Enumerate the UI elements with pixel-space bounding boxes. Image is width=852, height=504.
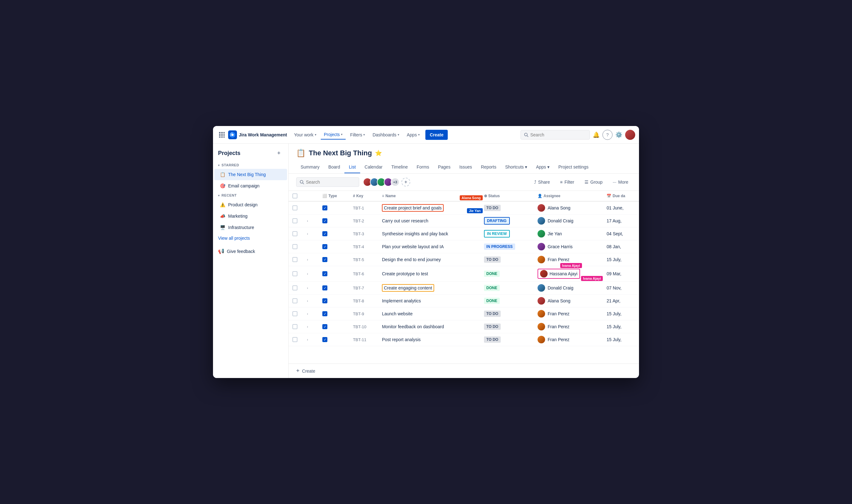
tab-pages[interactable]: Pages [433, 161, 455, 173]
tab-project-settings[interactable]: Project settings [554, 161, 593, 173]
assignee-cell[interactable]: Fran Perez [534, 333, 603, 346]
row-checkbox[interactable] [292, 231, 298, 236]
type-checkbox[interactable] [322, 205, 327, 211]
nav-dashboards[interactable]: Dashboards ▾ [369, 130, 402, 139]
name-cell[interactable]: Implement analytics [378, 294, 480, 307]
type-checkbox[interactable] [322, 337, 327, 342]
assignee-cell[interactable]: Fran Perez [534, 320, 603, 333]
group-button[interactable]: ☰ Group [581, 178, 606, 186]
select-all-checkbox[interactable] [292, 193, 298, 198]
key-cell[interactable]: TBT-3 [349, 228, 378, 240]
tab-apps[interactable]: Apps ▾ [532, 161, 554, 173]
tab-forms[interactable]: Forms [412, 161, 433, 173]
tab-issues[interactable]: Issues [455, 161, 476, 173]
type-checkbox[interactable] [322, 244, 327, 249]
expand-icon[interactable]: › [305, 231, 310, 236]
name-cell[interactable]: Create prototype to test [378, 266, 480, 282]
create-button[interactable]: Create [425, 130, 448, 140]
tab-shortcuts[interactable]: Shortcuts ▾ [501, 161, 532, 173]
due-date-header[interactable]: 📅Due da [603, 191, 639, 201]
key-cell[interactable]: TBT-2 [349, 215, 378, 228]
sidebar-item-email-campaign[interactable]: 🎯 Email campaign [214, 180, 287, 192]
nav-your-work[interactable]: Your work ▾ [291, 130, 319, 139]
row-checkbox[interactable] [292, 285, 298, 290]
row-checkbox[interactable] [292, 298, 298, 303]
grid-icon[interactable] [217, 130, 227, 140]
star-icon[interactable]: ⭐ [375, 150, 382, 157]
nav-filters[interactable]: Filters ▾ [347, 130, 368, 139]
expand-icon[interactable]: › [305, 311, 310, 316]
expand-icon[interactable]: › [305, 324, 310, 329]
add-project-button[interactable]: + [274, 149, 283, 158]
sidebar-item-next-big-thing[interactable]: 📋 The Next Big Thing [214, 169, 287, 180]
key-cell[interactable]: TBT-4 [349, 240, 378, 253]
sidebar-item-marketing[interactable]: 📣 Marketing [214, 211, 287, 222]
avatar-overflow-count[interactable]: +3 [391, 178, 400, 186]
name-cell[interactable]: Synthesise insights and play back [378, 228, 480, 240]
view-all-projects-link[interactable]: View all projects [213, 233, 288, 243]
nav-projects[interactable]: Projects ▾ [321, 130, 346, 140]
notifications-icon[interactable]: 🔔 [591, 130, 601, 140]
assignee-cell[interactable]: Donald Craig Ivana Ajayi [534, 282, 603, 294]
name-cell[interactable]: Monitor feedback on dashboard [378, 320, 480, 333]
help-icon[interactable]: ? [602, 130, 613, 140]
row-checkbox[interactable] [292, 337, 298, 342]
sidebar-item-product-design[interactable]: ⚠️ Product design [214, 199, 287, 211]
row-checkbox[interactable] [292, 311, 298, 316]
status-header[interactable]: ⊕Status [480, 191, 534, 201]
expand-icon[interactable]: › [305, 257, 310, 262]
status-cell[interactable]: TO DO [480, 320, 534, 333]
type-checkbox[interactable] [322, 285, 327, 290]
type-header[interactable]: ⬜Type [319, 191, 349, 201]
key-header[interactable]: #Key [349, 191, 378, 201]
name-cell[interactable]: Create project brief and goalsAlana Song [378, 201, 480, 215]
status-cell[interactable]: DRAFTING [480, 215, 534, 228]
assignee-cell[interactable]: Alana Song [534, 294, 603, 307]
type-checkbox[interactable] [322, 231, 327, 236]
filter-button[interactable]: ≡ Filter [557, 178, 577, 186]
create-footer[interactable]: + Create [289, 363, 639, 378]
name-cell[interactable]: Launch website [378, 307, 480, 320]
type-checkbox[interactable] [322, 271, 327, 276]
tab-reports[interactable]: Reports [476, 161, 501, 173]
expand-icon[interactable]: › [305, 337, 310, 342]
expand-icon[interactable]: › [305, 285, 310, 290]
share-button[interactable]: ⤴ Share [531, 178, 553, 186]
name-cell[interactable]: Create engaging content [378, 282, 480, 294]
type-checkbox[interactable] [322, 298, 327, 303]
row-checkbox[interactable] [292, 257, 298, 262]
search-input[interactable] [530, 132, 581, 137]
list-search-input[interactable] [306, 180, 350, 185]
tab-board[interactable]: Board [324, 161, 344, 173]
type-checkbox[interactable] [322, 324, 327, 329]
key-cell[interactable]: TBT-9 [349, 307, 378, 320]
status-cell[interactable]: TO DO [480, 307, 534, 320]
settings-icon[interactable]: ⚙️ [614, 130, 624, 140]
status-cell[interactable]: DONE [480, 294, 534, 307]
expand-icon[interactable]: › [305, 298, 310, 303]
tab-timeline[interactable]: Timeline [387, 161, 412, 173]
row-checkbox[interactable] [292, 205, 298, 211]
key-cell[interactable]: TBT-11 [349, 333, 378, 346]
tab-calendar[interactable]: Calendar [360, 161, 387, 173]
name-cell[interactable]: Plan your website layout and IA [378, 240, 480, 253]
status-cell[interactable]: DONE [480, 282, 534, 294]
tab-summary[interactable]: Summary [296, 161, 324, 173]
expand-icon[interactable]: › [305, 271, 310, 276]
type-checkbox[interactable] [322, 257, 327, 262]
name-cell[interactable]: Carry out user researchJie Yan [378, 215, 480, 228]
row-checkbox[interactable] [292, 324, 298, 329]
select-all-header[interactable] [289, 191, 301, 201]
assignee-cell[interactable]: Alana Song [534, 201, 603, 215]
status-cell[interactable]: TO DO [480, 253, 534, 266]
more-button[interactable]: ··· More [609, 178, 632, 186]
recent-section-toggle[interactable]: ▾ RECENT [213, 192, 288, 199]
search-bar[interactable] [520, 130, 590, 140]
key-cell[interactable]: TBT-5 [349, 253, 378, 266]
name-cell[interactable]: Post report analysis [378, 333, 480, 346]
row-checkbox[interactable] [292, 244, 298, 249]
assignee-cell[interactable]: Grace Harris [534, 240, 603, 253]
name-cell[interactable]: Design the end to end journey [378, 253, 480, 266]
key-cell[interactable]: TBT-8 [349, 294, 378, 307]
sidebar-item-infrastructure[interactable]: 🖥️ Infrastructure [214, 222, 287, 233]
